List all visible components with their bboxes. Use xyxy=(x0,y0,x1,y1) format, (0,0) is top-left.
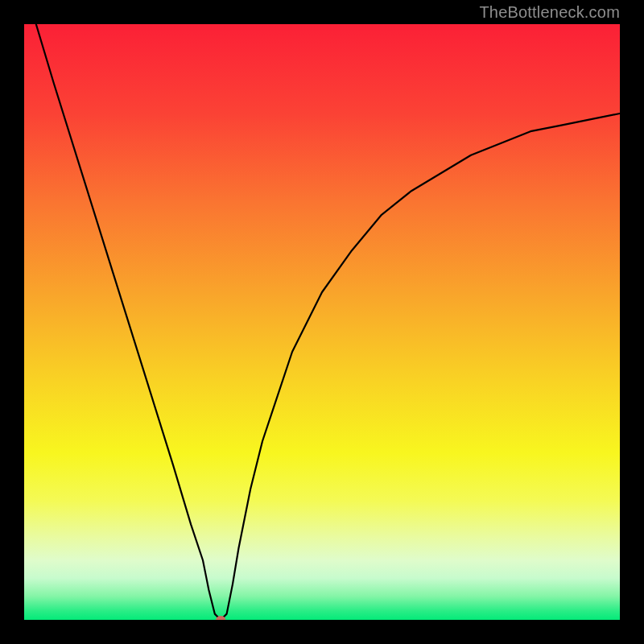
chart-svg xyxy=(24,24,620,620)
gradient-background xyxy=(24,24,620,620)
chart-frame: TheBottleneck.com xyxy=(0,0,644,644)
plot-area xyxy=(24,24,620,620)
watermark-text: TheBottleneck.com xyxy=(479,3,620,22)
